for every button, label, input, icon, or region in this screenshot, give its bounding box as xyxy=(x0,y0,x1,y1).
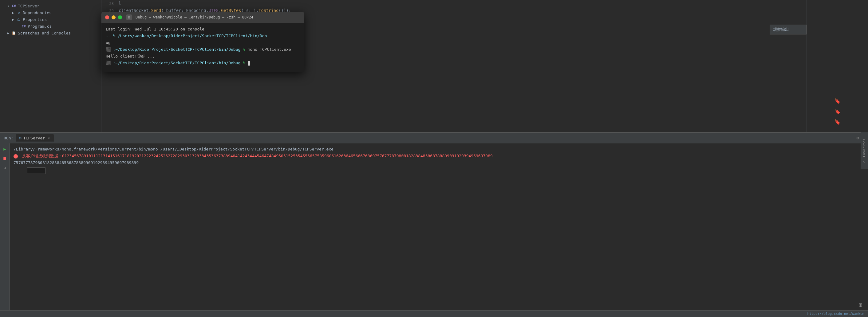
run-reload-button[interactable]: ↺ xyxy=(1,164,9,171)
term-hello-line: Hello client!你好 ... xyxy=(106,53,300,60)
properties-icon: 🗂 xyxy=(16,17,22,22)
run-content: ▶ ■ ↺ /Library/Frameworks/Mono.framework… xyxy=(0,143,868,310)
expand-arrow-tcpserver: ▾ xyxy=(6,4,10,8)
bookmark-icon-2[interactable]: 🔖 xyxy=(833,107,842,116)
expand-arrow-properties: ▶ xyxy=(11,17,16,22)
tree-label-properties: Properties xyxy=(23,17,47,22)
expand-arrow-dependencies: ▶ xyxy=(11,10,16,15)
observe-panel[interactable]: 观察输出 xyxy=(770,25,807,34)
right-icon-group: 🔖 🔖 🔖 xyxy=(833,97,842,126)
terminal-titlebar: 🖥 Debug — wankcn@Nicole — …ent/bin/Debug… xyxy=(101,12,304,23)
term-ug-line: ug xyxy=(106,39,300,46)
tree-item-properties[interactable]: ▶ 🗂 Properties xyxy=(0,16,101,23)
run-output-line2: 7576777879808182838485868788899091929394… xyxy=(13,160,852,166)
tree-item-program-cs[interactable]: ▶ C# Program.cs xyxy=(0,23,101,30)
terminal-title: Debug — wankcn@Nicole — …ent/bin/Debug —… xyxy=(135,15,253,19)
run-output-error-dot: 从客户端接收到数据：012345678910111213141516171819… xyxy=(13,153,852,160)
run-tab-icon: ⚙ xyxy=(19,136,21,140)
traffic-light-minimize[interactable] xyxy=(112,16,116,19)
term-prompt-line1: ▓▓ :~/Desktop/RiderProject/SocketTCP/TCP… xyxy=(106,46,300,53)
bookmark-icon[interactable]: 🔖 xyxy=(833,97,842,105)
run-play-button[interactable]: ▶ xyxy=(1,145,9,153)
favorites-sidebar[interactable]: 2: Favorites xyxy=(861,132,868,169)
input-line xyxy=(13,166,852,175)
term-prompt-line2: ▓▓ :~/Desktop/RiderProject/SocketTCP/TCP… xyxy=(106,60,300,66)
run-output-area[interactable]: /Library/Frameworks/Mono.framework/Versi… xyxy=(10,143,856,310)
observe-label: 观察输出 xyxy=(773,27,789,32)
traffic-light-close[interactable] xyxy=(105,16,109,19)
monitor-icon: 🖥 xyxy=(128,16,131,19)
csharp-icon: C# xyxy=(11,3,17,8)
terminal-window: 🖥 Debug — wankcn@Nicole — …ent/bin/Debug… xyxy=(101,12,304,72)
run-settings-icon[interactable]: ⚙ xyxy=(857,135,859,141)
dependencies-icon: ⚙ xyxy=(16,10,22,15)
scratches-icon: 📋 xyxy=(11,30,17,35)
tree-item-dependencies[interactable]: ▶ ⚙ Dependencies xyxy=(0,9,101,16)
favorites-label: 2: Favorites xyxy=(862,139,866,163)
csharp-file-icon: C# xyxy=(21,24,26,29)
status-bar: https://blog.csdn.net/wankcn xyxy=(0,310,868,317)
right-panel: 🔖 🔖 🔖 xyxy=(807,0,868,132)
run-toolbar: Run: ⚙ TCPServer × ⚙ — xyxy=(0,132,868,143)
error-dot-icon xyxy=(13,154,18,158)
status-link: https://blog.csdn.net/wankcn xyxy=(807,312,864,316)
terminal-icon: 🖥 xyxy=(126,15,132,20)
code-content-38: l xyxy=(119,0,121,7)
tree-item-scratches[interactable]: ▶ 📋 Scratches and Consoles xyxy=(0,30,101,36)
project-panel: ▾ C# TCPServer ▶ ⚙ Dependencies ▶ 🗂 Prop… xyxy=(0,0,101,132)
traffic-light-maximize[interactable] xyxy=(118,16,122,19)
trash-icon[interactable]: 🗑 xyxy=(858,302,863,308)
line-number-38: 38 xyxy=(104,0,114,7)
term-login-line: Last login: Wed Jul 1 10:45:20 on consol… xyxy=(106,26,300,33)
run-tab-tcpserver[interactable]: ⚙ TCPServer × xyxy=(16,134,54,142)
expand-arrow-scratches: ▶ xyxy=(6,31,10,35)
tree-label-dependencies: Dependencies xyxy=(23,10,52,15)
terminal-body[interactable]: Last login: Wed Jul 1 10:45:20 on consol… xyxy=(101,23,304,72)
tree-label-tcpserver: TCPServer xyxy=(18,4,39,8)
terminal-cursor xyxy=(248,61,250,65)
run-stop-button[interactable]: ■ xyxy=(1,154,9,162)
run-tab-close-button[interactable]: × xyxy=(47,136,51,140)
term-path-line: …~ % /Users/wankcn/Desktop/RiderProject/… xyxy=(106,33,300,39)
run-tab-label: TCPServer xyxy=(23,136,45,140)
run-panel: Run: ⚙ TCPServer × ⚙ — ▶ ■ ↺ /Library/Fr… xyxy=(0,132,868,317)
code-line-38: 38 l xyxy=(101,0,807,7)
run-input-field[interactable] xyxy=(27,167,45,174)
tree-item-tcpserver[interactable]: ▾ C# TCPServer xyxy=(0,2,101,9)
run-label: Run: xyxy=(4,136,13,140)
run-cmd-line: /Library/Frameworks/Mono.framework/Versi… xyxy=(13,146,852,153)
tree-label-program-cs: Program.cs xyxy=(28,24,52,29)
bookmark-icon-3[interactable]: 🔖 xyxy=(833,118,842,126)
tree-label-scratches: Scratches and Consoles xyxy=(18,31,71,35)
run-sidebar: ▶ ■ ↺ xyxy=(0,143,10,310)
